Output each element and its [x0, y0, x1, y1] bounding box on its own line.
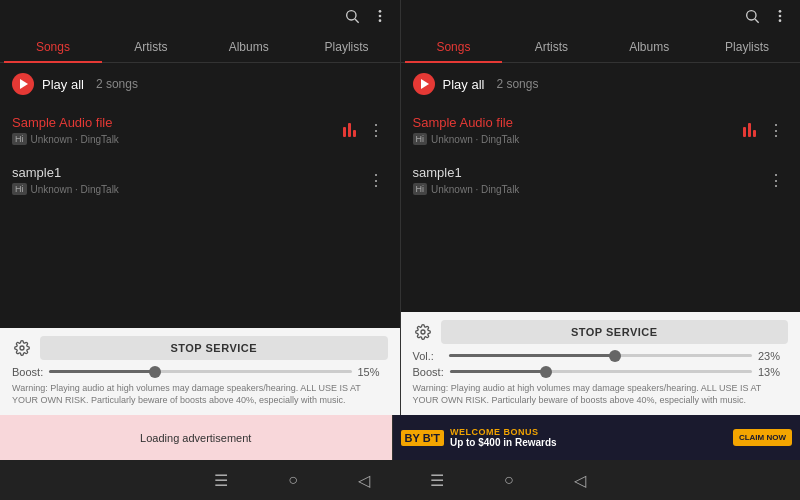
- left-bottom-controls: STOP SERVICE Boost: 15% Warning: Playing…: [0, 328, 400, 415]
- boost-thumb-left[interactable]: [149, 366, 161, 378]
- tab-songs-right[interactable]: Songs: [405, 32, 503, 62]
- more-icon-right[interactable]: [772, 8, 788, 24]
- stop-service-button-right[interactable]: STOP SERVICE: [441, 320, 789, 344]
- left-top-bar: [0, 0, 400, 32]
- song-title-1-left: Sample Audio file: [12, 115, 343, 130]
- stop-service-button-left[interactable]: STOP SERVICE: [40, 336, 388, 360]
- tab-artists-right[interactable]: Artists: [502, 32, 600, 62]
- more-song-1-right[interactable]: ⋮: [764, 119, 788, 142]
- boost-value-right: 13%: [758, 366, 788, 378]
- song-source-1-left: Unknown · DingTalk: [31, 134, 119, 145]
- bar3: [353, 130, 356, 137]
- back-icon-right[interactable]: ◁: [574, 471, 586, 490]
- song-tag-1-right: Hi: [413, 133, 428, 145]
- ad-left: Loading advertisement: [0, 415, 392, 460]
- circle-icon-left[interactable]: ○: [288, 471, 298, 490]
- song-source-2-left: Unknown · DingTalk: [31, 184, 119, 195]
- svg-point-9: [779, 15, 782, 18]
- right-nav: ☰ ○ ◁: [430, 471, 586, 490]
- boost-slider-left[interactable]: [49, 370, 351, 373]
- song-title-2-right: sample1: [413, 165, 765, 180]
- gear-icon-right[interactable]: [413, 322, 433, 342]
- song-item-2-right[interactable]: sample1 Hi Unknown · DingTalk ⋮: [401, 155, 801, 205]
- tab-albums-left[interactable]: Albums: [200, 32, 298, 62]
- tab-songs-left[interactable]: Songs: [4, 32, 102, 62]
- svg-line-1: [355, 19, 359, 23]
- song-meta-2-left: Hi Unknown · DingTalk: [12, 183, 364, 195]
- vol-thumb-right[interactable]: [609, 350, 621, 362]
- svg-point-0: [346, 11, 355, 20]
- vol-row-right: Vol.: 23%: [413, 350, 789, 362]
- circle-icon-right[interactable]: ○: [504, 471, 514, 490]
- home-icon-right[interactable]: ☰: [430, 471, 444, 490]
- play-all-count-left: 2 songs: [96, 77, 138, 91]
- warning-text-right: Warning: Playing audio at high volumes m…: [413, 382, 789, 407]
- song-item-2-left[interactable]: sample1 Hi Unknown · DingTalk ⋮: [0, 155, 400, 205]
- tab-albums-right[interactable]: Albums: [600, 32, 698, 62]
- gear-icon-left[interactable]: [12, 338, 32, 358]
- tab-playlists-right[interactable]: Playlists: [698, 32, 796, 62]
- playing-bars-left: [343, 123, 356, 137]
- vol-label-right: Vol.:: [413, 350, 443, 362]
- left-nav: ☰ ○ ◁: [214, 471, 370, 490]
- bottom-nav: ☰ ○ ◁ ☰ ○ ◁: [0, 460, 800, 500]
- song-title-1-right: Sample Audio file: [413, 115, 744, 130]
- tab-artists-left[interactable]: Artists: [102, 32, 200, 62]
- claim-button[interactable]: CLAIM NOW: [733, 429, 792, 446]
- search-icon-left[interactable]: [344, 8, 360, 24]
- play-all-button-left[interactable]: [12, 73, 34, 95]
- vol-fill-right: [449, 354, 616, 357]
- ad-right[interactable]: BY B'T WELCOME BONUS Up to $400 in Rewar…: [393, 415, 801, 460]
- left-tabs: Songs Artists Albums Playlists: [0, 32, 400, 63]
- song-tag-2-left: Hi: [12, 183, 27, 195]
- bar2r: [748, 123, 751, 137]
- ad-bonus: Up to $400 in Rewards: [450, 437, 727, 448]
- right-content: Play all 2 songs Sample Audio file Hi Un…: [401, 63, 801, 312]
- song-info-1-right: Sample Audio file Hi Unknown · DingTalk: [413, 115, 744, 145]
- boost-value-left: 15%: [358, 366, 388, 378]
- song-actions-1-left: ⋮: [343, 119, 388, 142]
- boost-fill-left: [49, 370, 155, 373]
- song-meta-2-right: Hi Unknown · DingTalk: [413, 183, 765, 195]
- svg-point-3: [378, 15, 381, 18]
- svg-point-2: [378, 10, 381, 13]
- back-icon-left[interactable]: ◁: [358, 471, 370, 490]
- ad-loading-text: Loading advertisement: [140, 432, 251, 444]
- ad-text-area: WELCOME BONUS Up to $400 in Rewards: [450, 427, 727, 448]
- svg-point-10: [779, 19, 782, 22]
- service-row-right: STOP SERVICE: [413, 320, 789, 344]
- boost-label-left: Boost:: [12, 366, 43, 378]
- song-title-2-left: sample1: [12, 165, 364, 180]
- search-icon-right[interactable]: [744, 8, 760, 24]
- song-meta-1-left: Hi Unknown · DingTalk: [12, 133, 343, 145]
- song-actions-2-left: ⋮: [364, 169, 388, 192]
- play-all-button-right[interactable]: [413, 73, 435, 95]
- bar2: [348, 123, 351, 137]
- bar1: [343, 127, 346, 137]
- song-info-1-left: Sample Audio file Hi Unknown · DingTalk: [12, 115, 343, 145]
- home-icon-left[interactable]: ☰: [214, 471, 228, 490]
- ad-logo: BY B'T: [401, 430, 444, 446]
- boost-thumb-right[interactable]: [540, 366, 552, 378]
- vol-slider-right[interactable]: [449, 354, 753, 357]
- more-song-2-right[interactable]: ⋮: [764, 169, 788, 192]
- song-source-2-right: Unknown · DingTalk: [431, 184, 519, 195]
- more-song-2-left[interactable]: ⋮: [364, 169, 388, 192]
- boost-fill-right: [450, 370, 547, 373]
- more-icon-left[interactable]: [372, 8, 388, 24]
- svg-line-7: [755, 19, 759, 23]
- tab-playlists-left[interactable]: Playlists: [298, 32, 396, 62]
- song-actions-1-right: ⋮: [743, 119, 788, 142]
- left-content: Play all 2 songs Sample Audio file Hi Un…: [0, 63, 400, 328]
- play-all-label-right: Play all: [443, 77, 485, 92]
- song-meta-1-right: Hi Unknown · DingTalk: [413, 133, 744, 145]
- song-item-1-left[interactable]: Sample Audio file Hi Unknown · DingTalk …: [0, 105, 400, 155]
- more-song-1-left[interactable]: ⋮: [364, 119, 388, 142]
- song-item-1-right[interactable]: Sample Audio file Hi Unknown · DingTalk …: [401, 105, 801, 155]
- boost-slider-right[interactable]: [450, 370, 752, 373]
- bar3r: [753, 130, 756, 137]
- right-bottom-controls: STOP SERVICE Vol.: 23% Boost: 13% Warnin…: [401, 312, 801, 415]
- vol-value-right: 23%: [758, 350, 788, 362]
- warning-text-left: Warning: Playing audio at high volumes m…: [12, 382, 388, 407]
- song-source-1-right: Unknown · DingTalk: [431, 134, 519, 145]
